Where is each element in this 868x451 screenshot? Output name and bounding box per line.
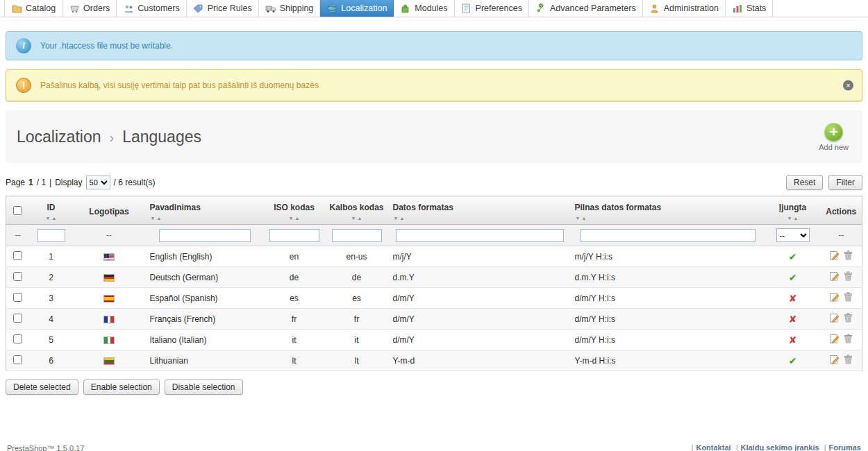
tab-label: Orders [83, 3, 110, 13]
row-select-checkbox[interactable] [13, 314, 22, 323]
cell-name: Español (Spanish) [146, 288, 264, 309]
sort-arrows-icon[interactable] [769, 215, 817, 221]
filter-button[interactable]: Filter [828, 175, 862, 190]
tab-preferences[interactable]: Preferences [455, 0, 529, 17]
row-select-checkbox[interactable] [13, 355, 22, 364]
flag-de-icon [103, 274, 115, 282]
info-alert: Your .htaccess file must be writable. [6, 31, 862, 60]
close-icon[interactable] [843, 80, 853, 91]
delete-selected-button[interactable]: Delete selected [6, 380, 78, 395]
disable-selection-button[interactable]: Disable selection [165, 380, 243, 395]
delete-icon[interactable] [844, 355, 853, 366]
footer-link-bug-tracker[interactable]: Klaidų sekimo įrankis [741, 443, 819, 451]
languages-table-body: 1English (English)enen-usm/j/Ym/j/Y H:i:… [6, 246, 862, 371]
enable-selection-button[interactable]: Enable selection [83, 380, 160, 395]
delete-icon[interactable] [844, 271, 853, 283]
delete-icon[interactable] [844, 334, 853, 346]
filter-full-date-format-input[interactable] [581, 229, 756, 242]
tab-localization[interactable]: Localization [320, 0, 394, 17]
warning-alert: Pašalinus kalbą, visi susiję vertimai ta… [6, 69, 862, 101]
flag-es-icon [103, 295, 115, 303]
tab-stats[interactable]: Stats [726, 0, 774, 17]
filter-id-input[interactable] [37, 229, 65, 242]
filter-iso-input[interactable] [269, 229, 319, 242]
cell-name: English (English) [146, 246, 264, 267]
edit-icon[interactable] [830, 334, 840, 346]
sort-arrows-icon[interactable] [34, 215, 69, 221]
cell-flag [73, 288, 146, 309]
enabled-check-icon[interactable]: ✔ [789, 272, 797, 283]
sort-arrows-icon[interactable] [268, 215, 321, 221]
reset-button[interactable]: Reset [786, 175, 823, 190]
orders-icon [69, 3, 80, 14]
page-header-panel: Localization›Languages Add new [6, 110, 862, 163]
column-header-lang-code[interactable]: Kalbos kodas [325, 196, 389, 225]
tab-modules[interactable]: Modules [394, 0, 454, 17]
breadcrumb: Localization›Languages [17, 128, 201, 146]
page-of: / 1 [37, 178, 46, 187]
column-header-enabled[interactable]: Įjungta [765, 196, 821, 225]
edit-icon[interactable] [830, 271, 840, 283]
edit-icon[interactable] [830, 250, 840, 262]
add-plus-icon [824, 123, 843, 142]
row-select-checkbox[interactable] [13, 272, 22, 281]
table-row: 4Français (French)frfrd/m/Yd/m/Y H:i:s✘ [6, 309, 862, 330]
tab-catalog[interactable]: Catalog [4, 0, 62, 17]
filter-name-input[interactable] [159, 229, 251, 242]
table-row: 2Deutsch (German)deded.m.Yd.m.Y H:i:s✔ [6, 267, 862, 288]
cell-iso-code: fr [264, 309, 325, 330]
footer-link-forum[interactable]: Forumas [829, 443, 861, 451]
tab-administration[interactable]: Administration [643, 0, 726, 17]
enabled-check-icon[interactable]: ✔ [789, 355, 797, 366]
cell-actions [821, 267, 862, 288]
tab-label: Catalog [26, 3, 56, 13]
column-header-full-date-format[interactable]: Pilnas datos formatas [571, 196, 765, 225]
delete-icon[interactable] [844, 313, 853, 325]
enabled-check-icon[interactable]: ✔ [789, 251, 797, 262]
column-header-name[interactable]: Pavadinimas [146, 196, 264, 225]
sort-arrows-icon[interactable] [329, 215, 385, 221]
tab-orders[interactable]: Orders [62, 0, 117, 17]
table-row: 1English (English)enen-usm/j/Ym/j/Y H:i:… [6, 246, 862, 267]
tab-customers[interactable]: Customers [117, 0, 186, 17]
breadcrumb-section[interactable]: Localization [17, 128, 101, 146]
disabled-cross-icon[interactable]: ✘ [789, 334, 797, 346]
column-header-id[interactable]: ID [30, 196, 73, 225]
select-all-checkbox[interactable] [13, 206, 22, 215]
sort-arrows-icon[interactable] [150, 215, 260, 221]
filter-lang-code-input[interactable] [332, 229, 382, 242]
column-header-iso[interactable]: ISO kodas [264, 196, 325, 225]
edit-icon[interactable] [830, 355, 840, 366]
cell-id: 6 [30, 350, 73, 371]
tab-shipping[interactable]: Shipping [259, 0, 321, 17]
column-header-logo: Logotipas [73, 196, 146, 225]
sort-arrows-icon[interactable] [393, 215, 567, 221]
cell-full-date-format: d/m/Y H:i:s [571, 288, 765, 309]
tab-advanced-parameters[interactable]: Advanced Parameters [529, 0, 643, 17]
add-new-button[interactable]: Add new [819, 123, 849, 151]
delete-icon[interactable] [844, 250, 853, 262]
warning-icon [16, 78, 31, 93]
filter-date-format-input[interactable] [396, 229, 564, 242]
localization-icon [326, 3, 337, 14]
toolbar-buttons: Reset Filter [786, 175, 862, 190]
delete-icon[interactable] [844, 292, 853, 304]
advanced-parameters-icon [535, 3, 546, 14]
sort-arrows-icon[interactable] [575, 215, 761, 221]
cell-id: 5 [30, 330, 73, 350]
row-select-checkbox[interactable] [13, 334, 22, 343]
edit-icon[interactable] [830, 313, 840, 325]
tab-price-rules[interactable]: Price Rules [187, 0, 259, 17]
column-header-date-format[interactable]: Datos formatas [389, 196, 571, 225]
disabled-cross-icon[interactable]: ✘ [789, 314, 797, 325]
breadcrumb-separator: › [109, 130, 114, 145]
footer-brand: PrestaShop™ 1.5.0.17 [7, 443, 84, 451]
row-select-checkbox[interactable] [13, 251, 22, 260]
display-count-select[interactable]: 50 [86, 176, 110, 189]
filter-enabled-select[interactable]: -- [776, 228, 810, 242]
disabled-cross-icon[interactable]: ✘ [789, 293, 797, 304]
edit-icon[interactable] [830, 292, 840, 304]
row-select-checkbox[interactable] [13, 293, 22, 302]
footer-link-contact[interactable]: Kontaktai [696, 443, 731, 451]
cell-iso-code: de [264, 267, 325, 288]
